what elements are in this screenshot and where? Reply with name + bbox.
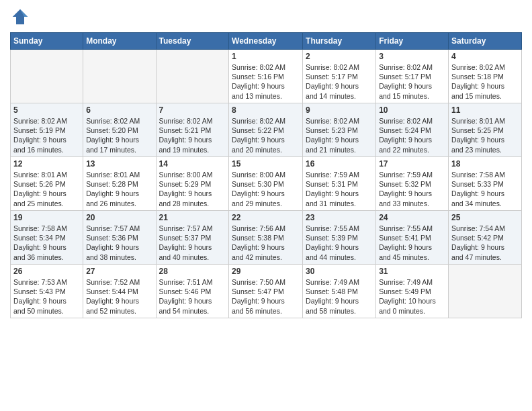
- day-info: Sunrise: 7:55 AM Sunset: 5:41 PM Dayligh…: [379, 224, 445, 262]
- day-info: Sunrise: 7:55 AM Sunset: 5:39 PM Dayligh…: [306, 224, 373, 262]
- day-info: Sunrise: 7:49 AM Sunset: 5:48 PM Dayligh…: [306, 277, 373, 316]
- day-info: Sunrise: 7:58 AM Sunset: 5:34 PM Dayligh…: [13, 224, 80, 262]
- header: [10, 7, 522, 27]
- day-info: Sunrise: 7:59 AM Sunset: 5:31 PM Dayligh…: [306, 170, 373, 208]
- day-number: 20: [86, 213, 152, 222]
- calendar-cell: 14Sunrise: 8:00 AM Sunset: 5:29 PM Dayli…: [156, 157, 229, 211]
- calendar-cell: 9Sunrise: 8:02 AM Sunset: 5:23 PM Daylig…: [303, 103, 376, 157]
- calendar-week-2: 5Sunrise: 8:02 AM Sunset: 5:19 PM Daylig…: [11, 103, 522, 157]
- calendar-cell: 25Sunrise: 7:54 AM Sunset: 5:42 PM Dayli…: [449, 211, 522, 265]
- header-monday: Monday: [83, 33, 156, 50]
- day-number: 10: [379, 105, 445, 115]
- calendar-cell: 20Sunrise: 7:57 AM Sunset: 5:36 PM Dayli…: [83, 211, 156, 265]
- day-number: 13: [86, 159, 152, 169]
- day-info: Sunrise: 8:01 AM Sunset: 5:26 PM Dayligh…: [13, 170, 80, 208]
- calendar-cell: 16Sunrise: 7:59 AM Sunset: 5:31 PM Dayli…: [303, 157, 376, 211]
- day-info: Sunrise: 8:02 AM Sunset: 5:19 PM Dayligh…: [13, 116, 80, 154]
- day-info: Sunrise: 7:56 AM Sunset: 5:38 PM Dayligh…: [232, 224, 300, 262]
- day-info: Sunrise: 8:02 AM Sunset: 5:24 PM Dayligh…: [379, 116, 445, 154]
- page: SundayMondayTuesdayWednesdayThursdayFrid…: [0, 0, 532, 411]
- calendar-cell: [11, 50, 83, 103]
- calendar-cell: 26Sunrise: 7:53 AM Sunset: 5:43 PM Dayli…: [11, 265, 83, 318]
- day-info: Sunrise: 7:54 AM Sunset: 5:42 PM Dayligh…: [451, 224, 519, 262]
- day-number: 16: [306, 159, 373, 169]
- calendar-cell: 15Sunrise: 8:00 AM Sunset: 5:30 PM Dayli…: [229, 157, 303, 211]
- calendar-cell: 29Sunrise: 7:50 AM Sunset: 5:47 PM Dayli…: [229, 265, 303, 318]
- day-info: Sunrise: 8:00 AM Sunset: 5:30 PM Dayligh…: [232, 170, 300, 208]
- day-info: Sunrise: 7:53 AM Sunset: 5:43 PM Dayligh…: [13, 277, 80, 316]
- calendar-cell: 22Sunrise: 7:56 AM Sunset: 5:38 PM Dayli…: [229, 211, 303, 265]
- header-friday: Friday: [376, 33, 449, 50]
- logo-icon: [10, 7, 30, 27]
- calendar-cell: 6Sunrise: 8:02 AM Sunset: 5:20 PM Daylig…: [83, 103, 156, 157]
- day-number: 19: [13, 213, 80, 222]
- day-number: 9: [306, 105, 373, 115]
- calendar-cell: 2Sunrise: 8:02 AM Sunset: 5:17 PM Daylig…: [303, 50, 376, 103]
- calendar-cell: 13Sunrise: 8:01 AM Sunset: 5:28 PM Dayli…: [83, 157, 156, 211]
- calendar-cell: 7Sunrise: 8:02 AM Sunset: 5:21 PM Daylig…: [156, 103, 229, 157]
- calendar-cell: 4Sunrise: 8:02 AM Sunset: 5:18 PM Daylig…: [449, 50, 522, 103]
- day-number: 2: [306, 52, 373, 61]
- day-info: Sunrise: 8:00 AM Sunset: 5:29 PM Dayligh…: [159, 170, 226, 208]
- day-info: Sunrise: 7:50 AM Sunset: 5:47 PM Dayligh…: [232, 277, 300, 316]
- day-number: 31: [379, 267, 445, 276]
- day-info: Sunrise: 8:01 AM Sunset: 5:28 PM Dayligh…: [86, 170, 152, 208]
- day-number: 3: [379, 52, 445, 61]
- calendar-cell: 12Sunrise: 8:01 AM Sunset: 5:26 PM Dayli…: [11, 157, 83, 211]
- day-number: 28: [159, 267, 226, 276]
- calendar-cell: 8Sunrise: 8:02 AM Sunset: 5:22 PM Daylig…: [229, 103, 303, 157]
- day-number: 14: [159, 159, 226, 169]
- day-number: 12: [13, 159, 80, 169]
- day-info: Sunrise: 8:02 AM Sunset: 5:22 PM Dayligh…: [232, 116, 300, 154]
- day-number: 26: [13, 267, 80, 276]
- calendar-cell: 17Sunrise: 7:59 AM Sunset: 5:32 PM Dayli…: [376, 157, 449, 211]
- day-number: 24: [379, 213, 445, 222]
- header-sunday: Sunday: [11, 33, 83, 50]
- calendar-week-4: 19Sunrise: 7:58 AM Sunset: 5:34 PM Dayli…: [11, 211, 522, 265]
- day-info: Sunrise: 8:02 AM Sunset: 5:18 PM Dayligh…: [451, 62, 519, 101]
- day-info: Sunrise: 8:02 AM Sunset: 5:20 PM Dayligh…: [86, 116, 152, 154]
- calendar-cell: 30Sunrise: 7:49 AM Sunset: 5:48 PM Dayli…: [303, 265, 376, 318]
- calendar-cell: 27Sunrise: 7:52 AM Sunset: 5:44 PM Dayli…: [83, 265, 156, 318]
- day-number: 21: [159, 213, 226, 222]
- day-number: 4: [451, 52, 519, 61]
- calendar-table: SundayMondayTuesdayWednesdayThursdayFrid…: [10, 32, 522, 318]
- day-number: 6: [86, 105, 152, 115]
- calendar-week-1: 1Sunrise: 8:02 AM Sunset: 5:16 PM Daylig…: [11, 50, 522, 103]
- day-info: Sunrise: 8:02 AM Sunset: 5:23 PM Dayligh…: [306, 116, 373, 154]
- day-info: Sunrise: 8:01 AM Sunset: 5:25 PM Dayligh…: [451, 116, 519, 154]
- day-number: 25: [451, 213, 519, 222]
- day-number: 15: [232, 159, 300, 169]
- calendar-cell: 19Sunrise: 7:58 AM Sunset: 5:34 PM Dayli…: [11, 211, 83, 265]
- day-number: 8: [232, 105, 300, 115]
- header-thursday: Thursday: [303, 33, 376, 50]
- calendar-cell: 3Sunrise: 8:02 AM Sunset: 5:17 PM Daylig…: [376, 50, 449, 103]
- calendar-cell: 24Sunrise: 7:55 AM Sunset: 5:41 PM Dayli…: [376, 211, 449, 265]
- calendar-week-3: 12Sunrise: 8:01 AM Sunset: 5:26 PM Dayli…: [11, 157, 522, 211]
- header-wednesday: Wednesday: [229, 33, 303, 50]
- day-number: 30: [306, 267, 373, 276]
- calendar-header-row: SundayMondayTuesdayWednesdayThursdayFrid…: [11, 33, 522, 50]
- day-info: Sunrise: 7:57 AM Sunset: 5:37 PM Dayligh…: [159, 224, 226, 262]
- day-info: Sunrise: 7:59 AM Sunset: 5:32 PM Dayligh…: [379, 170, 445, 208]
- day-number: 17: [379, 159, 445, 169]
- day-number: 23: [306, 213, 373, 222]
- day-info: Sunrise: 7:57 AM Sunset: 5:36 PM Dayligh…: [86, 224, 152, 262]
- logo: [10, 7, 33, 27]
- calendar-cell: [449, 265, 522, 318]
- day-info: Sunrise: 7:51 AM Sunset: 5:46 PM Dayligh…: [159, 277, 226, 316]
- calendar-cell: 10Sunrise: 8:02 AM Sunset: 5:24 PM Dayli…: [376, 103, 449, 157]
- calendar-cell: 1Sunrise: 8:02 AM Sunset: 5:16 PM Daylig…: [229, 50, 303, 103]
- header-tuesday: Tuesday: [156, 33, 229, 50]
- calendar-cell: 23Sunrise: 7:55 AM Sunset: 5:39 PM Dayli…: [303, 211, 376, 265]
- calendar-cell: 28Sunrise: 7:51 AM Sunset: 5:46 PM Dayli…: [156, 265, 229, 318]
- calendar-cell: 18Sunrise: 7:58 AM Sunset: 5:33 PM Dayli…: [449, 157, 522, 211]
- calendar-cell: 5Sunrise: 8:02 AM Sunset: 5:19 PM Daylig…: [11, 103, 83, 157]
- day-number: 7: [159, 105, 226, 115]
- day-info: Sunrise: 7:52 AM Sunset: 5:44 PM Dayligh…: [86, 277, 152, 316]
- calendar-cell: [156, 50, 229, 103]
- day-info: Sunrise: 8:02 AM Sunset: 5:17 PM Dayligh…: [379, 62, 445, 101]
- calendar-cell: [83, 50, 156, 103]
- day-info: Sunrise: 8:02 AM Sunset: 5:16 PM Dayligh…: [232, 62, 300, 101]
- day-number: 1: [232, 52, 300, 61]
